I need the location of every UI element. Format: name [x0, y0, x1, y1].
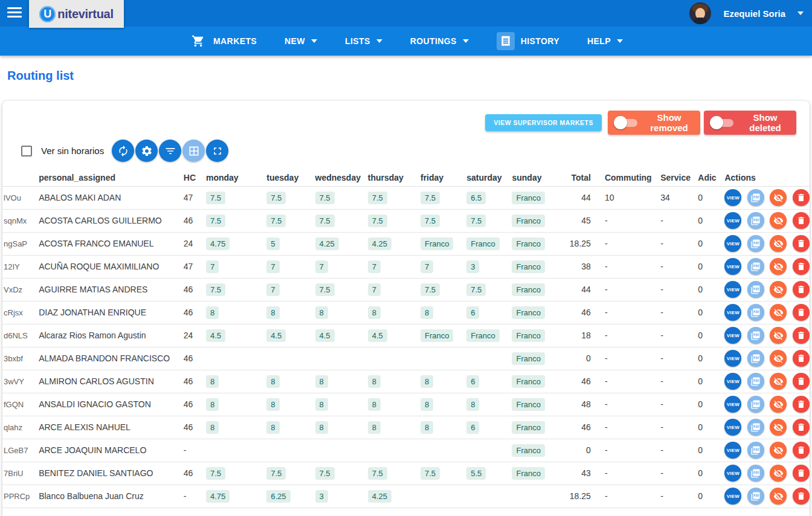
table-row: 7BriU BENITEZ DANIEL SANTIAGO 46 7.5 7.5…: [2, 462, 810, 485]
hide-button[interactable]: [770, 373, 787, 390]
delete-button[interactable]: [793, 396, 810, 413]
pdf-button[interactable]: [747, 304, 764, 321]
view-button[interactable]: VIEW: [724, 488, 741, 505]
avatar[interactable]: [689, 2, 711, 24]
view-button[interactable]: VIEW: [724, 465, 741, 482]
sunday-cell: Franco: [509, 439, 569, 462]
pdf-button[interactable]: [747, 281, 764, 298]
main-navbar: MARKETS NEW LISTS ROUTINGS HISTORY HELP: [0, 27, 812, 56]
pdf-button[interactable]: [747, 419, 764, 436]
filter-button[interactable]: [159, 140, 181, 162]
commuting-value: -: [600, 462, 656, 485]
delete-button[interactable]: [793, 212, 810, 229]
delete-button[interactable]: [793, 350, 810, 367]
pdf-button[interactable]: [747, 442, 764, 459]
saturday-cell: 7.5: [463, 209, 509, 232]
view-button[interactable]: VIEW: [724, 258, 741, 275]
hide-button[interactable]: [770, 281, 787, 298]
thursday-cell: 7.5: [365, 462, 417, 485]
delete-button[interactable]: [793, 373, 810, 390]
hide-button[interactable]: [770, 327, 787, 344]
pdf-button[interactable]: [747, 235, 764, 252]
service-value: -: [656, 416, 693, 439]
hide-button[interactable]: [770, 396, 787, 413]
hide-button[interactable]: [770, 488, 787, 505]
delete-button[interactable]: [793, 465, 810, 482]
day-value-badge: 3: [315, 490, 328, 503]
delete-button[interactable]: [793, 488, 810, 505]
view-button[interactable]: VIEW: [724, 396, 741, 413]
show-deleted-toggle[interactable]: Show deleted: [704, 111, 796, 135]
delete-button[interactable]: [793, 281, 810, 298]
view-button[interactable]: VIEW: [724, 419, 741, 436]
delete-button[interactable]: [793, 304, 810, 321]
hide-button[interactable]: [770, 189, 787, 206]
view-button[interactable]: VIEW: [724, 304, 741, 321]
hide-button[interactable]: [770, 350, 787, 367]
day-value-badge: Franco: [512, 329, 544, 342]
view-button[interactable]: VIEW: [724, 235, 741, 252]
delete-button[interactable]: [793, 258, 810, 275]
delete-button[interactable]: [793, 442, 810, 459]
nav-label-history: HISTORY: [521, 36, 559, 46]
hide-button[interactable]: [770, 442, 787, 459]
saturday-cell: Franco: [463, 324, 509, 347]
hide-button[interactable]: [770, 465, 787, 482]
day-value-badge: 4.75: [206, 490, 230, 503]
pdf-button[interactable]: [747, 373, 764, 390]
pdf-button[interactable]: [747, 327, 764, 344]
hide-button[interactable]: [770, 258, 787, 275]
delete-button[interactable]: [793, 189, 810, 206]
pdf-button[interactable]: [747, 396, 764, 413]
refresh-button[interactable]: [112, 140, 134, 162]
wednesday-cell: 3: [312, 485, 365, 508]
delete-button[interactable]: [793, 327, 810, 344]
pdf-button[interactable]: [747, 350, 764, 367]
grid-view-button[interactable]: [182, 140, 205, 162]
nav-item-routings[interactable]: ROUTINGS: [410, 36, 469, 46]
delete-button[interactable]: [793, 419, 810, 436]
view-button[interactable]: VIEW: [724, 327, 741, 344]
hide-button[interactable]: [770, 419, 787, 436]
thursday-cell: 7.5: [365, 209, 417, 232]
nav-item-help[interactable]: HELP: [587, 36, 623, 46]
day-value-badge: 8: [420, 375, 433, 388]
hide-button[interactable]: [770, 235, 787, 252]
nav-item-history[interactable]: HISTORY: [497, 32, 559, 50]
day-value-badge: 7.5: [315, 283, 335, 296]
nav-item-markets[interactable]: MARKETS: [189, 32, 257, 50]
view-button[interactable]: VIEW: [724, 442, 741, 459]
user-menu[interactable]: Ezequiel Soria: [689, 0, 804, 27]
pdf-button[interactable]: [747, 488, 764, 505]
hide-button[interactable]: [770, 212, 787, 229]
brand-logo[interactable]: U nitevirtual: [29, 0, 124, 28]
personal-assigned-name: DIAZ JONATHAN ENRIQUE: [36, 301, 170, 324]
table-row: VxDz AGUIRRE MATIAS ANDRES 46 7.5 7 7.5 …: [2, 278, 810, 301]
service-value: -: [656, 347, 693, 370]
view-button[interactable]: VIEW: [724, 212, 741, 229]
pdf-button[interactable]: [747, 212, 764, 229]
view-button[interactable]: VIEW: [724, 189, 741, 206]
wednesday-cell: 4.25: [312, 232, 365, 255]
view-button[interactable]: VIEW: [724, 281, 741, 298]
menu-icon[interactable]: [7, 7, 22, 20]
pdf-button[interactable]: [747, 465, 764, 482]
day-value-badge: 4.5: [206, 329, 225, 342]
pdf-button[interactable]: [747, 258, 764, 275]
delete-button[interactable]: [793, 235, 810, 252]
hide-button[interactable]: [770, 304, 787, 321]
settings-button[interactable]: [135, 140, 158, 162]
show-removed-toggle[interactable]: Show removed: [608, 111, 700, 135]
expand-button[interactable]: [206, 140, 228, 162]
ver-sin-horarios-checkbox[interactable]: [21, 146, 32, 156]
pdf-button[interactable]: [747, 189, 764, 206]
thursday-cell: 4.25: [365, 232, 417, 255]
view-supervisor-markets-button[interactable]: VIEW SUPERVISOR MARKETS: [485, 114, 602, 131]
nav-item-lists[interactable]: LISTS: [345, 36, 382, 46]
view-button[interactable]: VIEW: [724, 373, 741, 390]
view-button[interactable]: VIEW: [724, 350, 741, 367]
ver-sin-horarios-label: Ver sin horarios: [41, 146, 104, 156]
nav-item-new[interactable]: NEW: [285, 36, 317, 46]
day-value-badge: 7: [266, 260, 279, 273]
chevron-down-icon[interactable]: [798, 11, 804, 15]
